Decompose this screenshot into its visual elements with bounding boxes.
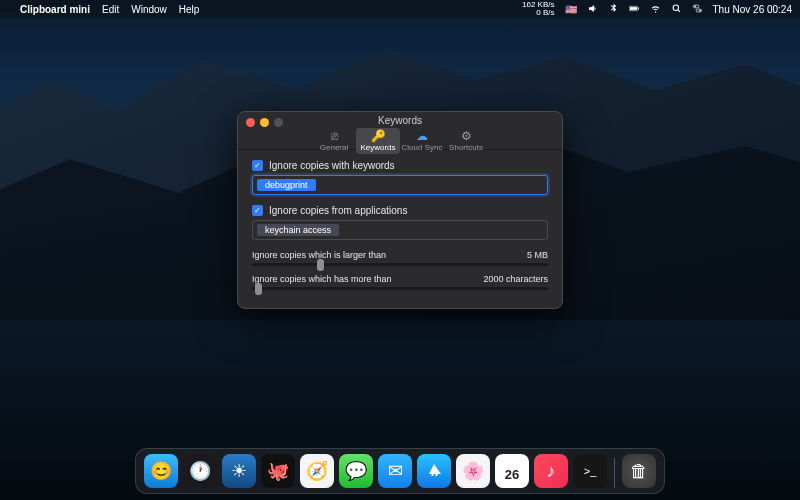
keywords-token-field[interactable]: debugprint xyxy=(252,175,548,195)
dock-app-clock[interactable]: 🕐 xyxy=(183,454,217,488)
dock-app-photos[interactable]: 🌸 xyxy=(456,454,490,488)
svg-rect-5 xyxy=(693,5,699,8)
checkbox-ignore-keywords[interactable]: ✓ xyxy=(252,160,263,171)
tab-shortcuts[interactable]: ⚙ Shortcuts xyxy=(444,128,488,154)
tab-label: Shortcuts xyxy=(444,143,488,152)
slider-label: Ignore copies which has more than xyxy=(252,274,392,284)
menubar: Clipboard mini Edit Window Help 162 KB/s… xyxy=(0,0,800,18)
svg-rect-1 xyxy=(629,7,636,10)
network-speed-indicator[interactable]: 162 KB/s0 B/s xyxy=(522,1,554,17)
cloud-icon: ☁ xyxy=(400,129,444,143)
slider-value: 2000 characters xyxy=(483,274,548,284)
applications-token-field[interactable]: keychain access xyxy=(252,220,548,240)
dock-separator xyxy=(614,458,615,488)
application-token[interactable]: keychain access xyxy=(257,224,339,236)
preferences-window: Keywords ⎚ General 🔑 Keywords ☁ Cloud Sy… xyxy=(237,111,563,309)
checkbox-label: Ignore copies from applications xyxy=(269,205,407,216)
checkbox-label: Ignore copies with keywords xyxy=(269,160,395,171)
tab-general[interactable]: ⎚ General xyxy=(312,128,356,154)
traffic-light-minimize[interactable] xyxy=(260,118,269,127)
dock-app-calendar[interactable]: NOV26 xyxy=(495,454,529,488)
dock-app-octopus[interactable]: 🐙 xyxy=(261,454,295,488)
input-source-icon[interactable]: 🇺🇸 xyxy=(565,4,577,15)
volume-icon[interactable] xyxy=(587,3,598,16)
size-slider[interactable] xyxy=(252,263,548,266)
menu-edit[interactable]: Edit xyxy=(102,4,119,15)
calendar-day: 26 xyxy=(504,471,519,479)
menu-help[interactable]: Help xyxy=(179,4,200,15)
dock-app-terminal[interactable]: >_ xyxy=(573,454,607,488)
dock: 😊 🕐 ☀ 🐙 🧭 💬 ✉ 🌸 NOV26 ♪ >_ 🗑 xyxy=(135,448,665,494)
key-icon: 🔑 xyxy=(356,129,400,143)
tab-label: Cloud Sync xyxy=(400,143,444,152)
dock-app-music[interactable]: ♪ xyxy=(534,454,568,488)
tab-label: Keywords xyxy=(356,143,400,152)
battery-icon[interactable] xyxy=(629,3,640,16)
slider-thumb[interactable] xyxy=(317,259,324,271)
spotlight-icon[interactable] xyxy=(671,3,682,16)
dock-app-mail[interactable]: ✉ xyxy=(378,454,412,488)
wifi-icon[interactable] xyxy=(650,3,661,16)
slider-thumb[interactable] xyxy=(255,283,262,295)
window-titlebar[interactable]: Keywords ⎚ General 🔑 Keywords ☁ Cloud Sy… xyxy=(238,112,562,150)
traffic-light-zoom[interactable] xyxy=(274,118,283,127)
traffic-light-close[interactable] xyxy=(246,118,255,127)
svg-point-6 xyxy=(694,5,696,7)
dock-app-finder[interactable]: 😊 xyxy=(144,454,178,488)
svg-point-8 xyxy=(699,9,701,11)
dock-trash[interactable]: 🗑 xyxy=(622,454,656,488)
window-title: Keywords xyxy=(238,112,562,126)
characters-slider[interactable] xyxy=(252,287,548,290)
slider-value: 5 MB xyxy=(527,250,548,260)
control-center-icon[interactable] xyxy=(692,3,703,16)
dock-app-weather[interactable]: ☀ xyxy=(222,454,256,488)
keyword-token[interactable]: debugprint xyxy=(257,179,316,191)
menubar-datetime[interactable]: Thu Nov 26 00:24 xyxy=(713,4,793,15)
tab-keywords[interactable]: 🔑 Keywords xyxy=(356,128,400,154)
tab-label: General xyxy=(312,143,356,152)
svg-line-4 xyxy=(677,9,679,11)
dock-app-safari[interactable]: 🧭 xyxy=(300,454,334,488)
svg-rect-7 xyxy=(696,9,702,12)
menu-window[interactable]: Window xyxy=(131,4,167,15)
checkbox-ignore-apps[interactable]: ✓ xyxy=(252,205,263,216)
dock-app-appstore[interactable] xyxy=(417,454,451,488)
tab-cloud-sync[interactable]: ☁ Cloud Sync xyxy=(400,128,444,154)
preferences-toolbar: ⎚ General 🔑 Keywords ☁ Cloud Sync ⚙ Shor… xyxy=(238,128,562,154)
bluetooth-icon[interactable] xyxy=(608,3,619,16)
gear-icon: ⚙ xyxy=(444,129,488,143)
svg-rect-2 xyxy=(638,7,639,9)
svg-point-3 xyxy=(673,5,679,11)
gear-slider-icon: ⎚ xyxy=(312,129,356,143)
dock-app-messages[interactable]: 💬 xyxy=(339,454,373,488)
app-name-menu[interactable]: Clipboard mini xyxy=(20,4,90,15)
